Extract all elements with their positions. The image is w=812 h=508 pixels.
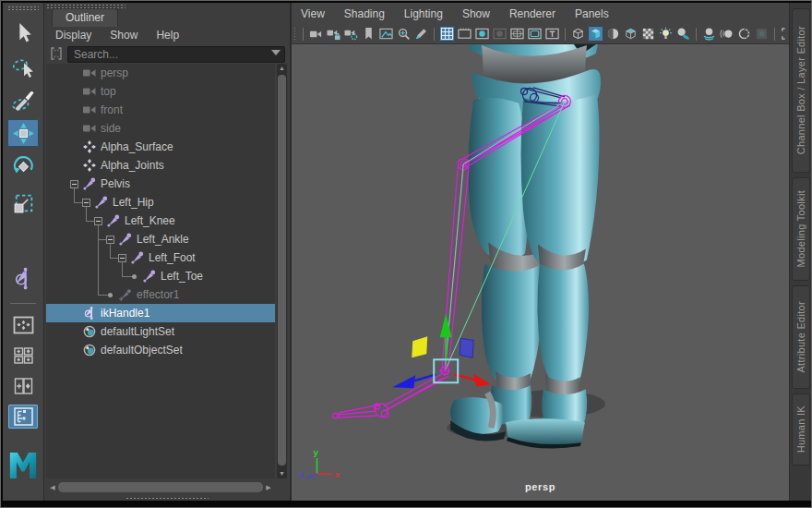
layout-four-pane[interactable] bbox=[8, 344, 38, 368]
field-chart-button[interactable] bbox=[509, 26, 525, 42]
outliner-item-front[interactable]: front bbox=[46, 101, 275, 119]
outliner-menu-show[interactable]: Show bbox=[110, 29, 137, 42]
outliner-tab[interactable]: Outliner bbox=[52, 8, 118, 27]
outliner-item-persp[interactable]: persp bbox=[46, 64, 275, 82]
gate-mask-button[interactable] bbox=[492, 26, 508, 42]
resolution-gate-icon bbox=[475, 27, 489, 41]
expand-collapse-toggle[interactable] bbox=[70, 175, 83, 193]
default-material-button[interactable] bbox=[605, 26, 621, 42]
layout-single-pane[interactable] bbox=[8, 313, 38, 337]
viewport-menu-renderer[interactable]: Renderer bbox=[509, 7, 555, 20]
bookmarks-button[interactable] bbox=[361, 26, 376, 42]
shaded-button[interactable] bbox=[588, 26, 603, 42]
shadows-button[interactable] bbox=[675, 26, 691, 42]
isolate-select-button[interactable] bbox=[780, 26, 789, 42]
anti-aliasing-button[interactable] bbox=[736, 26, 752, 42]
scroll-up-icon[interactable]: ▲ bbox=[277, 64, 287, 73]
expand-collapse-toggle[interactable] bbox=[94, 212, 107, 230]
move-tool[interactable] bbox=[7, 119, 39, 147]
textured-button[interactable] bbox=[623, 26, 639, 42]
toolbox-grip-handle[interactable] bbox=[7, 6, 39, 10]
outliner-menu-display[interactable]: Display bbox=[55, 29, 91, 42]
safe-title-button[interactable] bbox=[544, 26, 560, 42]
expand-collapse-toggle[interactable] bbox=[82, 193, 95, 212]
toolbar-grip-handle[interactable] bbox=[293, 27, 297, 41]
move-icon bbox=[12, 122, 35, 145]
vertical-scroll-thumb[interactable] bbox=[278, 75, 286, 466]
lock-camera-button[interactable] bbox=[326, 26, 341, 42]
outliner-item-Left_Hip[interactable]: Left_Hip bbox=[46, 193, 275, 212]
wireframe-button[interactable] bbox=[570, 26, 586, 42]
outliner-item-side[interactable]: side bbox=[46, 119, 275, 138]
outliner-menu-help[interactable]: Help bbox=[156, 29, 179, 42]
lighting-button[interactable] bbox=[658, 26, 674, 42]
viewport-menu-panels[interactable]: Panels bbox=[575, 7, 609, 20]
tree-indent bbox=[70, 101, 83, 119]
expand-collapse-toggle[interactable] bbox=[118, 248, 131, 267]
lasso-select-tool[interactable] bbox=[7, 54, 39, 81]
search-input[interactable] bbox=[67, 46, 285, 63]
outliner-item-label: Pelvis bbox=[101, 177, 130, 190]
camera-attributes-button[interactable] bbox=[343, 26, 359, 42]
select-tool[interactable] bbox=[7, 18, 39, 46]
scroll-right-icon[interactable]: ▶ bbox=[264, 484, 273, 491]
pan-zoom-button[interactable] bbox=[396, 26, 412, 42]
viewport-menu-show[interactable]: Show bbox=[462, 7, 490, 20]
viewport-3d-canvas[interactable]: y x z persp bbox=[292, 43, 789, 501]
outliner-item-ikHandle1[interactable]: ikHandle1 bbox=[46, 304, 275, 322]
sidebar-tab-human-ik[interactable]: Human IK bbox=[792, 393, 810, 466]
sidebar-tab-label: Modeling Toolkit bbox=[795, 190, 806, 267]
film-gate-button[interactable] bbox=[457, 26, 472, 42]
outliner-item-Left_Ankle[interactable]: Left_Ankle bbox=[46, 230, 275, 248]
grid-button[interactable] bbox=[439, 26, 455, 42]
scroll-down-icon[interactable]: ▼ bbox=[277, 469, 287, 478]
viewport-menu-shading[interactable]: Shading bbox=[344, 7, 385, 20]
image-plane-button[interactable] bbox=[378, 26, 394, 42]
viewport-menu-view[interactable]: View bbox=[301, 7, 325, 20]
paint-select-tool[interactable] bbox=[7, 87, 39, 115]
film-gate-icon bbox=[458, 27, 472, 41]
axis-gizmo: y x z bbox=[300, 447, 340, 479]
scroll-left-icon[interactable]: ◀ bbox=[48, 484, 57, 491]
outliner-item-Alpha_Surface[interactable]: Alpha_Surface bbox=[46, 138, 275, 156]
tree-indent bbox=[70, 156, 83, 175]
outliner-item-effector1[interactable]: effector1 bbox=[46, 285, 275, 304]
outliner-item-top[interactable]: top bbox=[46, 82, 275, 101]
grease-pencil-button[interactable] bbox=[413, 26, 429, 42]
expand-collapse-toggle[interactable] bbox=[106, 230, 119, 248]
outliner-item-label: ikHandle1 bbox=[101, 307, 149, 320]
outliner-vertical-scrollbar[interactable]: ▲ ▼ bbox=[277, 64, 287, 478]
layout-two-pane[interactable] bbox=[8, 374, 38, 398]
outliner-bottom-grip[interactable] bbox=[125, 497, 209, 501]
tree-indent bbox=[70, 119, 83, 138]
scale-tool[interactable] bbox=[7, 188, 39, 216]
search-dropdown-icon[interactable] bbox=[271, 50, 281, 55]
horizontal-scroll-thumb[interactable] bbox=[58, 482, 263, 492]
outliner-horizontal-scrollbar[interactable]: ◀ ▶ bbox=[48, 481, 273, 493]
select-camera-button[interactable] bbox=[308, 26, 324, 42]
outliner-item-defaultLightSet[interactable]: defaultLightSet bbox=[46, 322, 275, 341]
filter-icon[interactable] bbox=[49, 46, 64, 61]
depth-of-field-button[interactable] bbox=[754, 26, 770, 42]
use-all-lights-button[interactable] bbox=[640, 26, 656, 42]
ik-handle-tool-icon bbox=[12, 267, 35, 290]
outliner-item-Left_Toe[interactable]: Left_Toe bbox=[46, 267, 275, 285]
rotate-tool[interactable] bbox=[7, 152, 39, 180]
sidebar-tab-modeling-toolkit[interactable]: Modeling Toolkit bbox=[792, 177, 810, 281]
toolbar-separator bbox=[772, 28, 777, 41]
sidebar-tab-attribute-editor[interactable]: Attribute Editor bbox=[792, 285, 810, 389]
ambient-occlusion-button[interactable] bbox=[701, 26, 717, 42]
outliner-item-Left_Knee[interactable]: Left_Knee bbox=[46, 212, 275, 230]
resolution-gate-button[interactable] bbox=[474, 26, 490, 42]
viewport-menu-lighting[interactable]: Lighting bbox=[404, 7, 443, 20]
current-tool-ik-handle[interactable] bbox=[7, 264, 39, 292]
motion-blur-button[interactable] bbox=[719, 26, 734, 42]
layout-outliner-persp[interactable] bbox=[8, 405, 38, 429]
outliner-item-Left_Foot[interactable]: Left_Foot bbox=[46, 248, 275, 267]
sidebar-tab-channel-box-layer-editor[interactable]: Channel Box / Layer Editor bbox=[792, 8, 810, 173]
outliner-item-Pelvis[interactable]: Pelvis bbox=[46, 175, 275, 193]
outliner-item-defaultObjectSet[interactable]: defaultObjectSet bbox=[46, 341, 275, 359]
move-manipulator[interactable] bbox=[392, 313, 491, 388]
safe-action-button[interactable] bbox=[527, 26, 543, 42]
outliner-item-Alpha_Joints[interactable]: Alpha_Joints bbox=[46, 156, 275, 175]
